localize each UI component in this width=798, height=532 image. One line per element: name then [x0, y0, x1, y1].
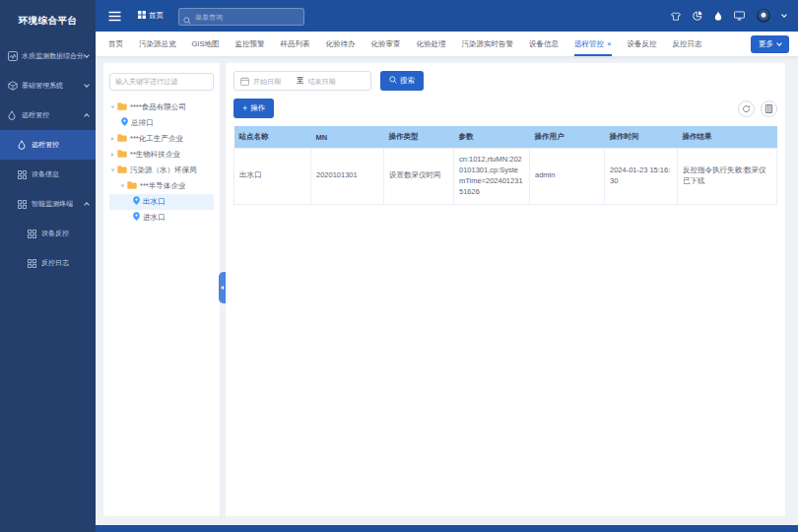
- site-tree: ****食品有限公司 总排口 ***化工生产企业 **生物科: [109, 100, 214, 226]
- operation-table: 站点名称 MN 操作类型 参数 操作用户 操作时间 操作结果 出水口 20201: [233, 126, 777, 205]
- tree-node-inlet[interactable]: 进水口: [109, 210, 214, 226]
- sidebar-item-remote-control-group[interactable]: 远程管控: [0, 100, 96, 130]
- tree-node-label: 进水口: [143, 213, 166, 223]
- sidebar-item-smart-terminal-group[interactable]: 智能监测终端: [0, 189, 96, 219]
- location-pin-icon: [121, 117, 128, 128]
- grid-icon: [18, 169, 28, 179]
- avatar[interactable]: [757, 9, 770, 23]
- grid-icon: [28, 258, 37, 268]
- water-drop-icon[interactable]: [714, 11, 722, 21]
- more-tabs-button[interactable]: 更多: [751, 35, 789, 53]
- chevron-down-icon: [84, 82, 90, 88]
- grid-icon: [28, 229, 37, 238]
- tree-node-label: 污染源（水）环保局: [130, 166, 197, 175]
- tree-node-biotech-company[interactable]: **生物科技企业: [109, 147, 214, 163]
- tree-node-food-company[interactable]: ****食品有限公司: [109, 100, 214, 115]
- caret-down-icon[interactable]: [121, 184, 125, 187]
- tab-device-reverse-control[interactable]: 设备反控: [628, 32, 657, 56]
- caret-down-icon[interactable]: [111, 168, 115, 171]
- tab-label: 污染源总览: [139, 39, 176, 49]
- tab-lab-process[interactable]: 化验处理: [416, 32, 445, 56]
- chevron-down-icon: [776, 40, 782, 46]
- sidebar-item-basic-management[interactable]: 基础管理系统: [0, 71, 96, 100]
- tab-sample-list[interactable]: 样品列表: [280, 32, 309, 56]
- tab-reverse-control-log[interactable]: 反控日志: [673, 32, 702, 56]
- tab-gis-map[interactable]: GIS地图: [192, 32, 220, 56]
- pie-chart-icon[interactable]: [693, 11, 702, 21]
- tab-device-info[interactable]: 设备信息: [529, 32, 559, 56]
- grid-icon: [18, 199, 28, 209]
- theme-skin-icon[interactable]: [671, 12, 681, 21]
- search-icon: [183, 11, 191, 29]
- sidebar-item-device-info[interactable]: 设备信息: [0, 160, 96, 189]
- tree-filter-input[interactable]: [109, 73, 214, 91]
- footer-strip: [96, 525, 798, 532]
- tree-filter: [109, 70, 214, 91]
- tab-lab-review[interactable]: 化验审查: [370, 32, 400, 56]
- refresh-button[interactable]: [738, 100, 755, 117]
- table-row[interactable]: 出水口 2020101301 设置数采仪时间 cn:1012,rtuMN:202…: [234, 149, 777, 205]
- table-tools: [738, 100, 777, 117]
- tree-node-epa-bureau[interactable]: 污染源（水）环保局: [109, 163, 214, 178]
- start-date-input[interactable]: [253, 78, 293, 85]
- app-window: 环境综合平台 水质监测数据综合分析 基础管理系统 远程管控 远程管控: [0, 0, 798, 532]
- tab-monitor-warning[interactable]: 监控预警: [234, 32, 264, 56]
- chevron-down-icon[interactable]: [781, 12, 787, 18]
- site-tree-panel: ****食品有限公司 总排口 ***化工生产企业 **生物科: [103, 63, 220, 516]
- operation-button[interactable]: + 操作: [233, 99, 274, 118]
- tree-node-semiconductor-company[interactable]: ***半导体企业: [109, 178, 214, 194]
- tree-node-outlet[interactable]: 出水口: [109, 194, 214, 210]
- breadcrumb-home[interactable]: 首页: [138, 11, 164, 21]
- folder-icon: [117, 102, 127, 112]
- operation-row: + 操作: [233, 99, 777, 118]
- tab-lab-todo[interactable]: 化验待办: [325, 32, 355, 56]
- tab-pollution-overview[interactable]: 污染源总览: [139, 32, 176, 56]
- search-button-label: 搜索: [400, 76, 415, 86]
- topbar: 首页: [96, 0, 798, 32]
- analysis-icon: [8, 51, 18, 61]
- header-params: 参数: [454, 126, 530, 149]
- tab-home[interactable]: 首页: [108, 32, 123, 56]
- sidebar-item-device-reverse-control[interactable]: 设备反控: [0, 219, 96, 248]
- header-site-name: 站点名称: [234, 126, 311, 149]
- chevron-down-icon: [84, 52, 90, 58]
- system-cube-icon: [8, 81, 18, 91]
- folder-icon: [117, 134, 127, 144]
- tab-realtime-alarm[interactable]: 污染源实时告警: [461, 32, 513, 56]
- menu-search-input[interactable]: [178, 8, 304, 26]
- tree-node-main-outlet[interactable]: 总排口: [109, 115, 214, 131]
- close-icon[interactable]: ×: [607, 40, 612, 48]
- end-date-input[interactable]: [308, 78, 348, 85]
- caret-down-icon[interactable]: [111, 105, 115, 108]
- arrow-left-icon: [221, 286, 224, 290]
- more-button-label: 更多: [759, 39, 773, 49]
- tab-label: 化验处理: [416, 39, 445, 49]
- column-settings-button[interactable]: [761, 100, 777, 117]
- sidebar-item-label: 设备反控: [41, 229, 69, 238]
- tab-label: 设备信息: [529, 39, 559, 49]
- tab-remote-control[interactable]: 远程管控 ×: [574, 32, 612, 56]
- chevron-up-icon: [84, 202, 90, 208]
- header-mn: MN: [311, 126, 384, 149]
- collapse-tree-handle[interactable]: [219, 272, 226, 303]
- monitor-icon[interactable]: [734, 11, 745, 21]
- header-operation-result: 操作结果: [678, 126, 777, 149]
- tab-label: GIS地图: [192, 39, 220, 49]
- hamburger-menu-icon[interactable]: [108, 11, 121, 22]
- search-button[interactable]: 搜索: [380, 71, 424, 91]
- caret-right-icon[interactable]: [111, 137, 114, 141]
- table-header-row: 站点名称 MN 操作类型 参数 操作用户 操作时间 操作结果: [234, 126, 777, 149]
- sidebar-item-reverse-control-log[interactable]: 反控日志: [0, 248, 96, 278]
- tree-node-label: 出水口: [143, 197, 166, 207]
- date-range-picker[interactable]: 至: [233, 71, 371, 91]
- caret-right-icon[interactable]: [111, 153, 114, 157]
- tabbar: 首页 污染源总览 GIS地图 监控预警 样品列表 化验待办 化验审查 化验处理 …: [96, 32, 798, 57]
- tab-label: 化验待办: [325, 39, 355, 49]
- header-operation-time: 操作时间: [605, 126, 678, 149]
- sidebar-item-water-quality-analysis[interactable]: 水质监测数据综合分析: [0, 41, 96, 71]
- home-icon: [138, 11, 146, 21]
- tree-node-chemical-company[interactable]: ***化工生产企业: [109, 131, 214, 147]
- sidebar-item-remote-control[interactable]: 远程管控: [0, 130, 96, 160]
- cell-mn: 2020101301: [311, 149, 384, 205]
- tree-node-label: 总排口: [131, 118, 154, 128]
